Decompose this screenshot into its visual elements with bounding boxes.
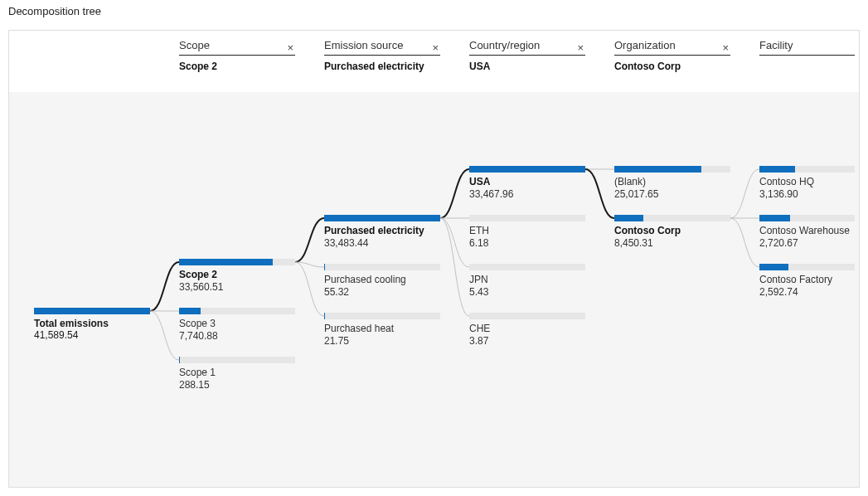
node-label: Total emissions 41,589.54 [34,318,150,341]
column-headers: Scope × Scope 2 Emission source × Purcha… [9,31,859,92]
node-bar [179,259,273,265]
node-label: Purchased heat 21.75 [324,323,440,348]
node-label: Contoso Corp 8,450.31 [614,225,730,250]
node-track [614,166,730,173]
node-value: 55.32 [324,286,440,299]
node-bar [759,264,788,270]
node-track [759,264,855,270]
node-track [469,313,585,319]
node-bar [34,308,150,314]
tree-node[interactable]: JPN 5.43 [469,264,585,299]
node-name: Contoso HQ [759,176,814,187]
col-head-scope[interactable]: Scope × Scope 2 [179,39,295,72]
col-underline: × [614,55,730,56]
node-value: 5.43 [469,286,585,299]
col-label: Emission source [324,39,440,55]
col-head-org[interactable]: Organization × Contoso Corp [614,39,730,72]
node-name: Scope 3 [179,318,216,329]
node-bar [759,215,790,221]
node-track [179,259,295,265]
col-label: Country/region [469,39,585,55]
node-label: Scope 1 288.15 [179,367,295,391]
node-name: (Blank) [614,176,646,187]
col-selected: Scope 2 [179,61,295,72]
node-value: 21.75 [324,335,440,348]
node-name: Total emissions [34,318,109,329]
tree-node[interactable]: Scope 1 288.15 [179,357,295,391]
tree-node[interactable]: ETH 6.18 [469,215,585,250]
col-head-country[interactable]: Country/region × USA [469,39,585,72]
close-icon[interactable]: × [430,41,440,54]
node-bar [469,166,585,173]
tree-canvas: Total emissions 41,589.54 Scope 2 33,560… [9,92,859,487]
node-value: 288.15 [179,379,295,391]
node-track [614,215,730,221]
node-value: 25,017.65 [614,188,730,201]
col-label: Organization [614,39,730,55]
node-bar [759,166,795,173]
node-bar [324,215,440,221]
tree-node[interactable]: Contoso Factory 2,592.74 [759,264,855,299]
tree-node[interactable]: Purchased electricity 33,483.44 [324,215,440,250]
node-value: 33,483.44 [324,237,440,250]
node-label: USA 33,467.96 [469,176,585,201]
col-underline: × [179,55,295,56]
tree-node[interactable]: Contoso Corp 8,450.31 [614,215,730,250]
node-bar [614,166,701,173]
node-name: Contoso Warehouse [759,225,850,236]
node-name: ETH [469,225,489,236]
col-head-source[interactable]: Emission source × Purchased electricity [324,39,440,72]
tree-node[interactable]: CHE 3.87 [469,313,585,348]
node-name: USA [469,176,490,187]
node-track [469,264,585,270]
node-value: 8,450.31 [614,237,730,250]
node-value: 7,740.88 [179,330,295,343]
node-name: CHE [469,323,490,334]
node-bar [179,357,180,363]
close-icon[interactable]: × [575,41,585,54]
node-bar [614,215,643,221]
node-track [324,313,440,319]
node-label: JPN 5.43 [469,274,585,299]
node-name: Scope 1 [179,367,216,378]
node-label: Contoso Warehouse 2,720.67 [759,225,855,250]
node-track [469,215,585,221]
node-name: Scope 2 [179,269,217,280]
node-value: 2,592.74 [759,286,855,299]
tree-node[interactable]: USA 33,467.96 [469,166,585,201]
col-underline [759,55,855,56]
node-value: 33,560.51 [179,281,295,294]
node-label: Contoso HQ 3,136.90 [759,176,855,201]
root-node[interactable]: Total emissions 41,589.54 [34,308,150,341]
col-label: Facility [759,39,855,55]
visual-title: Decomposition tree [8,5,101,17]
tree-node[interactable]: (Blank) 25,017.65 [614,166,730,201]
node-label: CHE 3.87 [469,323,585,348]
col-label: Scope [179,39,295,55]
node-track [759,215,855,221]
node-value: 3.87 [469,335,585,348]
node-value: 2,720.67 [759,237,855,250]
node-name: Contoso Corp [614,225,681,236]
tree-node[interactable]: Purchased heat 21.75 [324,313,440,348]
col-head-facility[interactable]: Facility [759,39,855,61]
close-icon[interactable]: × [285,41,295,54]
node-label: Scope 2 33,560.51 [179,269,295,294]
node-bar [179,308,201,314]
col-selected: Purchased electricity [324,61,440,72]
node-name: Purchased electricity [324,225,424,236]
node-track [179,308,295,314]
node-track [469,166,585,173]
close-icon[interactable]: × [720,41,730,54]
tree-node[interactable]: Contoso HQ 3,136.90 [759,166,855,201]
col-selected: USA [469,61,585,72]
col-underline: × [324,55,440,56]
visual-frame: Scope × Scope 2 Emission source × Purcha… [8,30,860,488]
tree-node[interactable]: Scope 2 33,560.51 [179,259,295,294]
node-name: JPN [469,274,488,285]
tree-node[interactable]: Purchased cooling 55.32 [324,264,440,299]
node-value: 33,467.96 [469,188,585,201]
col-underline: × [469,55,585,56]
tree-node[interactable]: Contoso Warehouse 2,720.67 [759,215,855,250]
tree-node[interactable]: Scope 3 7,740.88 [179,308,295,343]
